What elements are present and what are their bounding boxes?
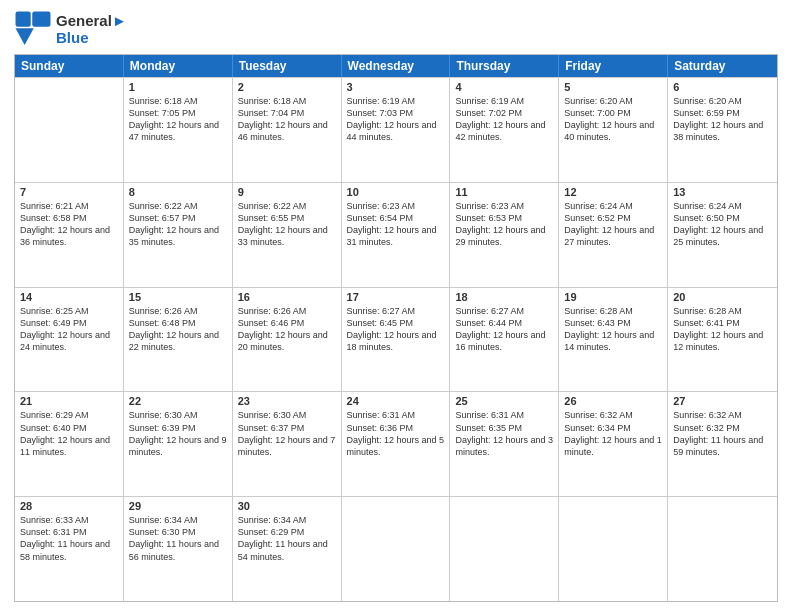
empty-cell (559, 497, 668, 601)
day-29: 29Sunrise: 6:34 AMSunset: 6:30 PMDayligh… (124, 497, 233, 601)
day-28: 28Sunrise: 6:33 AMSunset: 6:31 PMDayligh… (15, 497, 124, 601)
day-2: 2Sunrise: 6:18 AMSunset: 7:04 PMDaylight… (233, 78, 342, 182)
svg-rect-1 (32, 12, 50, 27)
page: General► Blue SundayMondayTuesdayWednesd… (0, 0, 792, 612)
header-monday: Monday (124, 55, 233, 77)
day-25: 25Sunrise: 6:31 AMSunset: 6:35 PMDayligh… (450, 392, 559, 496)
logo: General► Blue (14, 10, 127, 48)
day-1: 1Sunrise: 6:18 AMSunset: 7:05 PMDaylight… (124, 78, 233, 182)
empty-cell (15, 78, 124, 182)
day-18: 18Sunrise: 6:27 AMSunset: 6:44 PMDayligh… (450, 288, 559, 392)
svg-rect-0 (16, 12, 31, 27)
day-9: 9Sunrise: 6:22 AMSunset: 6:55 PMDaylight… (233, 183, 342, 287)
calendar-header: SundayMondayTuesdayWednesdayThursdayFrid… (15, 55, 777, 77)
day-16: 16Sunrise: 6:26 AMSunset: 6:46 PMDayligh… (233, 288, 342, 392)
day-12: 12Sunrise: 6:24 AMSunset: 6:52 PMDayligh… (559, 183, 668, 287)
calendar-body: 1Sunrise: 6:18 AMSunset: 7:05 PMDaylight… (15, 77, 777, 601)
day-11: 11Sunrise: 6:23 AMSunset: 6:53 PMDayligh… (450, 183, 559, 287)
day-23: 23Sunrise: 6:30 AMSunset: 6:37 PMDayligh… (233, 392, 342, 496)
day-19: 19Sunrise: 6:28 AMSunset: 6:43 PMDayligh… (559, 288, 668, 392)
header: General► Blue (14, 10, 778, 48)
day-27: 27Sunrise: 6:32 AMSunset: 6:32 PMDayligh… (668, 392, 777, 496)
week-1: 1Sunrise: 6:18 AMSunset: 7:05 PMDaylight… (15, 77, 777, 182)
empty-cell (668, 497, 777, 601)
day-14: 14Sunrise: 6:25 AMSunset: 6:49 PMDayligh… (15, 288, 124, 392)
day-30: 30Sunrise: 6:34 AMSunset: 6:29 PMDayligh… (233, 497, 342, 601)
day-13: 13Sunrise: 6:24 AMSunset: 6:50 PMDayligh… (668, 183, 777, 287)
day-21: 21Sunrise: 6:29 AMSunset: 6:40 PMDayligh… (15, 392, 124, 496)
empty-cell (450, 497, 559, 601)
header-tuesday: Tuesday (233, 55, 342, 77)
day-22: 22Sunrise: 6:30 AMSunset: 6:39 PMDayligh… (124, 392, 233, 496)
header-friday: Friday (559, 55, 668, 77)
day-26: 26Sunrise: 6:32 AMSunset: 6:34 PMDayligh… (559, 392, 668, 496)
week-4: 21Sunrise: 6:29 AMSunset: 6:40 PMDayligh… (15, 391, 777, 496)
header-saturday: Saturday (668, 55, 777, 77)
day-4: 4Sunrise: 6:19 AMSunset: 7:02 PMDaylight… (450, 78, 559, 182)
day-8: 8Sunrise: 6:22 AMSunset: 6:57 PMDaylight… (124, 183, 233, 287)
week-3: 14Sunrise: 6:25 AMSunset: 6:49 PMDayligh… (15, 287, 777, 392)
day-24: 24Sunrise: 6:31 AMSunset: 6:36 PMDayligh… (342, 392, 451, 496)
week-5: 28Sunrise: 6:33 AMSunset: 6:31 PMDayligh… (15, 496, 777, 601)
day-6: 6Sunrise: 6:20 AMSunset: 6:59 PMDaylight… (668, 78, 777, 182)
svg-marker-2 (16, 28, 34, 45)
day-10: 10Sunrise: 6:23 AMSunset: 6:54 PMDayligh… (342, 183, 451, 287)
day-7: 7Sunrise: 6:21 AMSunset: 6:58 PMDaylight… (15, 183, 124, 287)
day-17: 17Sunrise: 6:27 AMSunset: 6:45 PMDayligh… (342, 288, 451, 392)
calendar: SundayMondayTuesdayWednesdayThursdayFrid… (14, 54, 778, 602)
header-sunday: Sunday (15, 55, 124, 77)
week-2: 7Sunrise: 6:21 AMSunset: 6:58 PMDaylight… (15, 182, 777, 287)
empty-cell (342, 497, 451, 601)
day-3: 3Sunrise: 6:19 AMSunset: 7:03 PMDaylight… (342, 78, 451, 182)
day-5: 5Sunrise: 6:20 AMSunset: 7:00 PMDaylight… (559, 78, 668, 182)
day-20: 20Sunrise: 6:28 AMSunset: 6:41 PMDayligh… (668, 288, 777, 392)
header-thursday: Thursday (450, 55, 559, 77)
header-wednesday: Wednesday (342, 55, 451, 77)
day-15: 15Sunrise: 6:26 AMSunset: 6:48 PMDayligh… (124, 288, 233, 392)
logo-svg (14, 10, 52, 48)
